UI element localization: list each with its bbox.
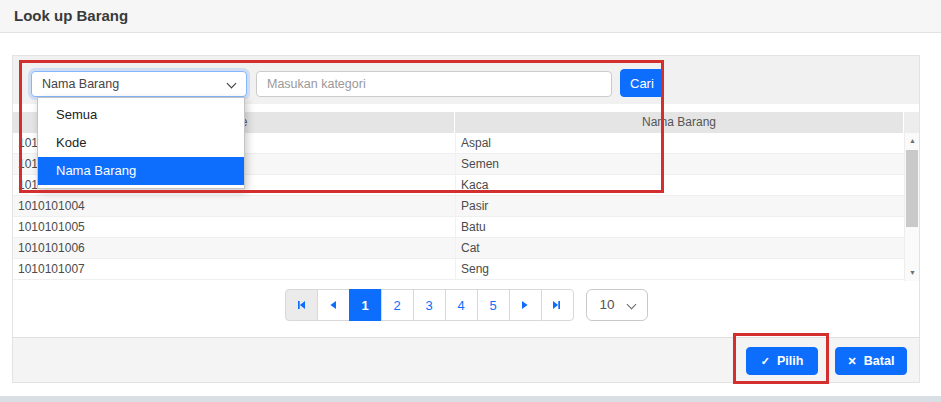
- cell-nama: Seng: [455, 259, 904, 279]
- dialog-footer: ✓ Pilih ✕ Batal: [13, 337, 919, 382]
- prev-page-button[interactable]: [317, 289, 350, 321]
- cell-nama: Semen: [455, 154, 904, 174]
- column-header-nama-barang[interactable]: Nama Barang: [455, 112, 904, 133]
- page-button-4[interactable]: 4: [445, 289, 478, 321]
- check-icon: ✓: [761, 355, 770, 368]
- last-page-icon: [552, 300, 562, 310]
- search-field-select[interactable]: Nama Barang: [31, 71, 247, 97]
- dialog-titlebar: Look up Barang: [0, 0, 941, 33]
- pagination-group: 1 2 3 4 5: [285, 289, 574, 321]
- first-page-button[interactable]: [285, 289, 318, 321]
- cell-nama: Aspal: [455, 133, 904, 153]
- dropdown-option-semua[interactable]: Semua: [38, 101, 244, 129]
- first-page-icon: [296, 300, 306, 310]
- page-button-1[interactable]: 1: [349, 289, 382, 321]
- cell-kode: 1010101006: [13, 238, 455, 258]
- page-size-select[interactable]: 10: [586, 289, 648, 321]
- batal-button-label: Batal: [864, 354, 895, 368]
- chevron-down-icon: [626, 300, 636, 310]
- table-row[interactable]: 1010101005 Batu: [13, 217, 904, 238]
- next-page-icon: [520, 300, 530, 310]
- table-row[interactable]: 1010101007 Seng: [13, 259, 904, 280]
- chevron-down-icon: [227, 79, 237, 89]
- scroll-up-icon[interactable]: ▲: [905, 134, 920, 148]
- batal-button[interactable]: ✕ Batal: [835, 347, 907, 375]
- cell-nama: Pasir: [455, 196, 904, 216]
- lookup-barang-dialog: Look up Barang Nama Barang Cari Kode Nam…: [0, 0, 941, 402]
- cell-nama: Batu: [455, 217, 904, 237]
- bottom-page-strip: [0, 396, 941, 402]
- close-icon: ✕: [848, 355, 857, 368]
- vertical-scrollbar[interactable]: ▲ ▼: [904, 133, 919, 281]
- next-page-button[interactable]: [509, 289, 542, 321]
- page-button-2[interactable]: 2: [381, 289, 414, 321]
- prev-page-icon: [328, 300, 338, 310]
- last-page-button[interactable]: [541, 289, 574, 321]
- table-header-spacer: [904, 112, 919, 133]
- dropdown-option-nama-barang[interactable]: Nama Barang: [38, 157, 244, 185]
- search-field-dropdown-menu: Semua Kode Nama Barang: [37, 97, 245, 189]
- page-title: Look up Barang: [0, 0, 941, 32]
- cell-nama: Kaca: [455, 175, 904, 195]
- search-field-select-value: Nama Barang: [42, 77, 119, 91]
- table-row[interactable]: 1010101004 Pasir: [13, 196, 904, 217]
- keyword-input[interactable]: [256, 71, 612, 97]
- cell-nama: Cat: [455, 238, 904, 258]
- table-row[interactable]: 1010101006 Cat: [13, 238, 904, 259]
- scroll-down-icon[interactable]: ▼: [905, 266, 920, 280]
- page-button-3[interactable]: 3: [413, 289, 446, 321]
- pagination: 1 2 3 4 5 10: [13, 289, 919, 321]
- scrollbar-thumb[interactable]: [906, 150, 918, 227]
- cell-kode: 1010101004: [13, 196, 455, 216]
- cell-kode: 1010101005: [13, 217, 455, 237]
- page-button-5[interactable]: 5: [477, 289, 510, 321]
- dropdown-option-kode[interactable]: Kode: [38, 129, 244, 157]
- search-button[interactable]: Cari: [620, 69, 664, 97]
- page-size-value: 10: [600, 297, 615, 312]
- cell-kode: 1010101007: [13, 259, 455, 279]
- pilih-button[interactable]: ✓ Pilih: [746, 347, 818, 375]
- pilih-button-label: Pilih: [777, 354, 803, 368]
